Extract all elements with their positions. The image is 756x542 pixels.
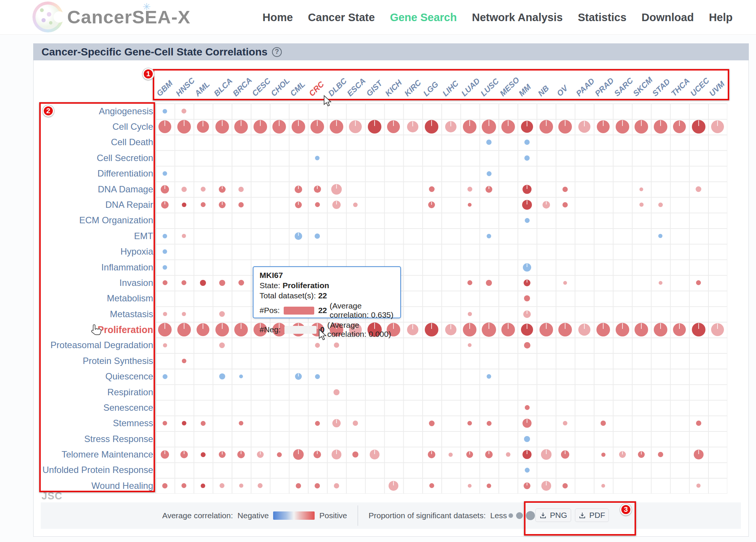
bubble-cell-cycle-gist[interactable]	[368, 120, 381, 134]
bubble-proliferation-sarc[interactable]	[616, 323, 629, 336]
bubble-dna-repair-mm[interactable]	[522, 200, 532, 210]
bubble-angiogenesis-gbm[interactable]	[163, 109, 167, 114]
bubble-proliferation-mm[interactable]	[521, 324, 533, 336]
bubble-hypoxia-gbm[interactable]	[163, 249, 167, 254]
bubble-wound-healing-cml[interactable]	[296, 483, 301, 488]
bubble-stemness-hnsc[interactable]	[182, 421, 186, 425]
bubble-invasion-gbm[interactable]	[163, 280, 167, 285]
bubble-cell-cycle-lusc[interactable]	[482, 120, 496, 134]
bubble-wound-healing-nb[interactable]	[541, 481, 551, 491]
bubble-wound-healing-gbm[interactable]	[162, 483, 167, 488]
bubble-proliferation-stad[interactable]	[654, 323, 667, 336]
bubble-telomere-maintenance-sarc[interactable]	[619, 451, 626, 458]
bubble-dna-repair-aml[interactable]	[201, 202, 206, 207]
bubble-metastasis-mm[interactable]	[523, 310, 531, 318]
nav-item-network-analysis[interactable]: Network Analysis	[472, 11, 563, 24]
bubble-dna-repair-brca[interactable]	[238, 202, 244, 207]
bubble-protein-synthesis-hnsc[interactable]	[182, 359, 186, 363]
bubble-dna-damage-gbm[interactable]	[161, 185, 169, 193]
bubble-stemness-aml[interactable]	[201, 421, 206, 426]
bubble-stemness-lgg[interactable]	[429, 421, 435, 426]
bubble-telomere-maintenance-meso[interactable]	[506, 452, 510, 457]
bubble-telomere-maintenance-mm[interactable]	[522, 450, 532, 459]
bubble-proliferation-kirc[interactable]	[407, 324, 418, 335]
bubble-telomere-maintenance-hnsc[interactable]	[180, 451, 188, 458]
bubble-wound-healing-dlbc[interactable]	[334, 483, 339, 488]
bubble-dna-damage-luad[interactable]	[467, 187, 472, 192]
bubble-quiescence-gbm[interactable]	[163, 374, 167, 379]
bubble-cell-cycle-nb[interactable]	[539, 120, 553, 134]
bubble-wound-healing-brca[interactable]	[239, 484, 243, 488]
bubble-cell-cycle-sarc[interactable]	[616, 120, 629, 134]
bubble-telomere-maintenance-lihc[interactable]	[449, 453, 453, 457]
bubble-cell-cycle-mm[interactable]	[521, 121, 533, 133]
bubble-proliferation-prad[interactable]	[596, 323, 610, 336]
bubble-telomere-maintenance-ov[interactable]	[561, 450, 569, 459]
bubble-dna-repair-blca[interactable]	[219, 201, 226, 208]
bubble-telomere-maintenance-cesc[interactable]	[257, 451, 264, 458]
bubble-cell-cycle-kirc[interactable]	[407, 121, 418, 132]
bubble-proliferation-gbm[interactable]	[158, 323, 172, 336]
bubble-proliferation-lusc[interactable]	[482, 322, 496, 337]
bubble-dna-repair-stad[interactable]	[658, 203, 663, 207]
bubble-ecm-organization-mm[interactable]	[525, 218, 530, 223]
bubble-proliferation-lihc[interactable]	[445, 324, 456, 335]
nav-item-statistics[interactable]: Statistics	[578, 11, 627, 24]
bubble-proliferation-skcm[interactable]	[635, 323, 648, 336]
bubble-proliferation-paad[interactable]	[578, 324, 590, 336]
nav-item-gene-search[interactable]: Gene Search	[390, 11, 457, 24]
bubble-dna-repair-cml[interactable]	[295, 201, 302, 208]
bubble-telomere-maintenance-lusc[interactable]	[485, 451, 493, 458]
bubble-dna-damage-brca[interactable]	[238, 187, 244, 192]
bubble-senescence-mm[interactable]	[525, 405, 530, 410]
bubble-cell-cycle-cesc[interactable]	[254, 120, 267, 134]
bubble-proteasomal-degradation-crc[interactable]	[315, 343, 320, 348]
bubble-dna-damage-mm[interactable]	[522, 185, 532, 194]
bubble-wound-healing-ov[interactable]	[562, 483, 568, 488]
bubble-telomere-maintenance-gbm[interactable]	[161, 450, 169, 459]
bubble-stemness-crc[interactable]	[315, 421, 320, 426]
bubble-cell-cycle-brca[interactable]	[234, 120, 248, 134]
brand[interactable]: CancerSEA-X ✳	[32, 2, 191, 32]
bubble-invasion-aml[interactable]	[200, 280, 206, 286]
bubble-proliferation-ucec[interactable]	[692, 323, 705, 336]
bubble-cell-cycle-blca[interactable]	[215, 120, 229, 134]
bubble-proliferation-blca[interactable]	[215, 323, 229, 336]
bubble-dna-damage-hnsc[interactable]	[181, 187, 187, 192]
bubble-telomere-maintenance-blca[interactable]	[219, 451, 226, 458]
nav-item-home[interactable]: Home	[263, 11, 293, 24]
bubble-telomere-maintenance-stad[interactable]	[658, 452, 663, 457]
bubble-metastasis-gbm[interactable]	[163, 312, 167, 316]
bubble-inflammation-mm[interactable]	[523, 263, 531, 272]
bubble-stress-response-mm[interactable]	[524, 436, 530, 442]
bubble-wound-healing-prad[interactable]	[601, 484, 605, 488]
bubble-dna-repair-gbm[interactable]	[161, 201, 169, 209]
bubble-wound-healing-aml[interactable]	[201, 484, 205, 488]
bubble-telomere-maintenance-ucec[interactable]	[694, 450, 704, 459]
bubble-cell-secretion-crc[interactable]	[315, 156, 320, 160]
bubble-cell-cycle-dlbc[interactable]	[330, 120, 343, 134]
bubble-telomere-maintenance-aml[interactable]	[201, 452, 206, 457]
bubble-invasion-brca[interactable]	[238, 280, 244, 286]
bubble-proliferation-ov[interactable]	[558, 323, 572, 336]
bubble-invasion-stad[interactable]	[659, 281, 662, 285]
bubble-proliferation-brca[interactable]	[234, 323, 248, 336]
bubble-dna-damage-ov[interactable]	[562, 187, 568, 192]
bubble-proteasomal-degradation-blca[interactable]	[219, 342, 225, 348]
bubble-invasion-mm[interactable]	[524, 279, 530, 286]
bubble-proteasomal-degradation-gbm[interactable]	[163, 343, 167, 347]
bubble-emt-crc[interactable]	[315, 233, 320, 239]
bubble-quiescence-blca[interactable]	[219, 373, 225, 379]
bubble-dna-damage-lusc[interactable]	[486, 186, 492, 193]
help-icon[interactable]: ?	[272, 47, 282, 57]
bubble-cell-cycle-hnsc[interactable]	[177, 120, 191, 134]
bubble-wound-healing-lusc[interactable]	[487, 484, 491, 488]
nav-item-cancer-state[interactable]: Cancer State	[308, 11, 375, 24]
bubble-dna-damage-crc[interactable]	[314, 186, 321, 193]
bubble-cell-cycle-ov[interactable]	[558, 120, 572, 134]
bubble-proliferation-hnsc[interactable]	[177, 323, 191, 336]
bubble-cell-cycle-meso[interactable]	[501, 120, 515, 134]
bubble-invasion-lusc[interactable]	[486, 280, 492, 286]
bubble-telomere-maintenance-dlbc[interactable]	[332, 450, 341, 459]
bubble-cell-cycle-cml[interactable]	[292, 120, 305, 134]
